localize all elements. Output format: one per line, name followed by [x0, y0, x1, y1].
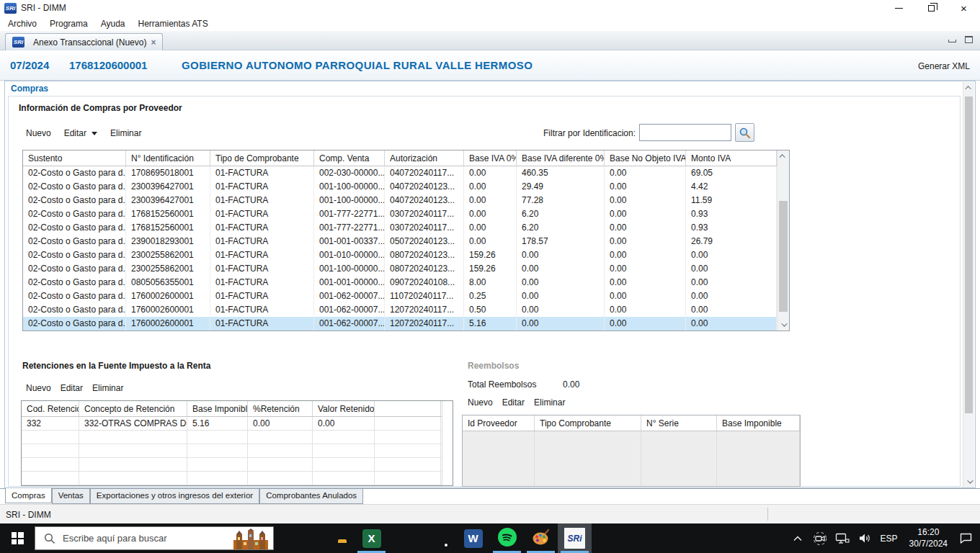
volume-icon[interactable]	[856, 529, 873, 548]
column-header[interactable]: Cod. Retención	[22, 401, 79, 416]
meet-now-camera-icon[interactable]	[811, 529, 829, 548]
taskbar-word-button[interactable]: W	[456, 523, 490, 553]
table-cell: 1768152560001	[126, 221, 210, 235]
scroll-track[interactable]	[778, 162, 789, 319]
bottom-tab-compras[interactable]: Compras	[5, 488, 52, 503]
table-row[interactable]: 02-Costo o Gasto para d...23002558620010…	[23, 262, 789, 276]
daily-doodle-castle-icon[interactable]	[230, 529, 272, 549]
table-row[interactable]: 02-Costo o Gasto para d...23003964270010…	[23, 194, 789, 207]
taskbar-edge-button[interactable]	[287, 523, 321, 553]
editar-button[interactable]: Editar	[61, 383, 83, 393]
restore-button[interactable]	[915, 0, 948, 16]
nuevo-button[interactable]: Nuevo	[468, 397, 493, 408]
action-center-icon[interactable]	[957, 529, 974, 548]
taskbar-search[interactable]: Escribe aquí para buscar	[35, 526, 274, 550]
table-row[interactable]: 02-Costo o Gasto para d...17681525600010…	[23, 207, 789, 221]
menu-herramientas-ats[interactable]: Herramientas ATS	[133, 17, 216, 30]
column-header[interactable]: Sustento	[23, 150, 126, 166]
column-header[interactable]: Autorización	[385, 150, 464, 166]
view-maximize-icon[interactable]	[965, 36, 973, 43]
table-row[interactable]: 332332-OTRAS COMPRAS DE BIE...5.160.000.…	[22, 417, 453, 431]
taskbar-spotify-button[interactable]	[490, 523, 524, 553]
start-button[interactable]	[0, 523, 35, 553]
scroll-track[interactable]	[963, 94, 974, 476]
column-header[interactable]: Base Imponible	[187, 401, 248, 416]
retenciones-table[interactable]: Cod. RetenciónConcepto de RetenciónBase …	[21, 400, 453, 486]
taskbar-chrome-button[interactable]	[422, 523, 456, 553]
generar-xml-link[interactable]: Generar XML	[918, 61, 970, 71]
network-icon[interactable]	[834, 529, 851, 548]
nuevo-button[interactable]: Nuevo	[26, 383, 51, 393]
column-header[interactable]: Comp. Venta	[314, 150, 385, 166]
eliminar-button[interactable]: Eliminar	[92, 383, 123, 393]
column-header[interactable]: Valor Retenido	[313, 401, 375, 416]
table-cell: 02-Costo o Gasto para d...	[23, 221, 126, 235]
table-row[interactable]: 02-Costo o Gasto para d...23003964270010…	[23, 180, 789, 194]
table-row[interactable]: 02-Costo o Gasto para d...17086950180010…	[23, 166, 789, 180]
taskbar-firefox-button[interactable]	[388, 523, 422, 553]
close-button[interactable]: ×	[948, 0, 980, 16]
tab-anexo-transaccional[interactable]: SRi Anexo Transaccional (Nuevo) ×	[5, 33, 163, 50]
nuevo-button[interactable]: Nuevo	[26, 128, 51, 138]
table-row[interactable]: 02-Costo o Gasto para d...23900182930010…	[23, 235, 789, 248]
table-row[interactable]: 02-Costo o Gasto para d...17600026000010…	[23, 317, 789, 331]
column-header[interactable]	[375, 401, 441, 416]
column-header[interactable]: %Retención	[248, 401, 313, 416]
editar-button[interactable]: Editar	[64, 128, 86, 138]
menu-programa[interactable]: Programa	[45, 17, 96, 30]
scroll-thumb[interactable]	[779, 201, 788, 312]
view-minimize-icon[interactable]	[948, 40, 956, 42]
column-header[interactable]: Monto IVA	[686, 150, 777, 166]
column-header[interactable]: N° Serie	[641, 415, 717, 431]
table-cell: 77.28	[517, 194, 605, 207]
table-cell: 0.00	[517, 248, 605, 262]
filter-input[interactable]	[639, 124, 731, 141]
column-header[interactable]: Base No Objeto IVA	[605, 150, 686, 166]
eliminar-button[interactable]: Eliminar	[110, 128, 141, 138]
scroll-up-button[interactable]	[778, 150, 789, 162]
eliminar-button[interactable]: Eliminar	[534, 397, 565, 408]
tab-close-icon[interactable]: ×	[151, 37, 156, 48]
taskbar-file-explorer-button[interactable]	[321, 523, 355, 553]
table-scrollbar[interactable]	[777, 150, 789, 331]
taskbar-paint-button[interactable]	[524, 523, 558, 553]
column-header[interactable]: Base IVA 0%	[464, 150, 517, 166]
scroll-down-button[interactable]	[963, 476, 974, 487]
bottom-tab-ventas[interactable]: Ventas	[52, 489, 90, 504]
scroll-down-button[interactable]	[778, 319, 789, 331]
spotify-icon	[498, 528, 517, 549]
table-row[interactable]: 02-Costo o Gasto para d...08050563550010…	[23, 276, 789, 289]
table-row[interactable]: 02-Costo o Gasto para d...23002558620010…	[23, 248, 789, 262]
table-row[interactable]: 02-Costo o Gasto para d...17600026000010…	[23, 303, 789, 317]
taskbar-excel-button[interactable]: X	[355, 523, 388, 553]
windows-taskbar: Escribe aquí para buscar XWSRi	[0, 523, 980, 553]
scroll-up-button[interactable]	[963, 82, 974, 94]
reembolsos-table[interactable]: Id ProveedorTipo ComprobanteN° SerieBase…	[462, 415, 801, 487]
column-header[interactable]: Base Imponible	[717, 415, 800, 431]
editar-dropdown-icon[interactable]	[92, 132, 97, 135]
compras-table[interactable]: SustentoN° IdentificaciónTipo de Comprob…	[22, 150, 790, 331]
bottom-tab-exportaciones-y-otros-ingresos-del-exterior[interactable]: Exportaciones y otros ingresos del exter…	[90, 489, 259, 504]
column-header[interactable]: Tipo de Comprobante	[210, 150, 314, 166]
table-cell: 001-062-00007...	[314, 289, 385, 303]
language-indicator[interactable]: ESP	[878, 534, 900, 544]
hidden-icons-chevron-icon[interactable]	[789, 529, 806, 548]
editar-button[interactable]: Editar	[502, 397, 525, 408]
menu-ayuda[interactable]: Ayuda	[96, 17, 133, 30]
table-cell: 178.57	[517, 235, 605, 248]
scroll-thumb[interactable]	[965, 96, 973, 413]
taskbar-clock[interactable]: 16:20 30/7/2024	[909, 527, 948, 549]
filter-search-button[interactable]	[735, 123, 754, 142]
bottom-tab-comprobantes-anulados[interactable]: Comprobantes Anulados	[259, 489, 363, 504]
table-row[interactable]: 02-Costo o Gasto para d...17681525600010…	[23, 221, 789, 235]
column-header[interactable]: Concepto de Retención	[79, 401, 187, 416]
menu-archivo[interactable]: Archivo	[3, 17, 45, 30]
table-row[interactable]: 02-Costo o Gasto para d...17600026000010…	[23, 289, 789, 303]
column-header[interactable]: Tipo Comprobante	[535, 415, 641, 431]
column-header[interactable]: N° Identificación	[126, 150, 210, 166]
main-scrollbar[interactable]	[963, 82, 974, 487]
minimize-button[interactable]	[883, 0, 915, 16]
column-header[interactable]: Id Proveedor	[463, 415, 535, 431]
taskbar-sri-dimm-button[interactable]: SRi	[558, 523, 592, 553]
column-header[interactable]: Base IVA diferente 0%	[517, 150, 605, 166]
